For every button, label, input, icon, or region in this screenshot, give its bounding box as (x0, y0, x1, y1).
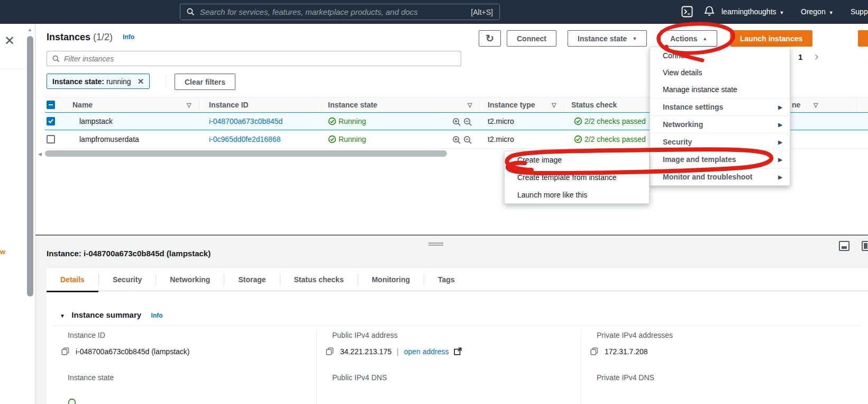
region-selector[interactable]: Oregon▼ (801, 7, 834, 16)
global-search[interactable]: [Alt+S] (180, 4, 500, 20)
filter-tag-label: Instance state: (52, 77, 104, 86)
close-icon[interactable]: ✕ (4, 35, 15, 46)
scroll-left-icon[interactable]: ◀ (38, 151, 42, 157)
refresh-button[interactable]: ↻ (479, 30, 501, 47)
tab-security[interactable]: Security (99, 268, 156, 291)
scroll-up-icon[interactable]: ▲ (28, 27, 32, 32)
status-check-text: 2/2 checks passed (584, 117, 646, 125)
content-left-border (35, 24, 35, 404)
account-menu[interactable]: learningthoughts▼ (721, 7, 784, 16)
cloudshell-icon[interactable] (681, 6, 693, 17)
select-all-checkbox[interactable] (47, 101, 55, 109)
column-header-status-check[interactable]: Status check (571, 101, 617, 109)
tab-status-checks[interactable]: Status checks (280, 268, 358, 291)
panel-layout-bottom-icon[interactable] (839, 241, 849, 251)
zoom-in-icon[interactable] (452, 136, 461, 145)
submenu-item-launch-more-like-this[interactable]: Launch more like this (505, 186, 649, 203)
column-divider (564, 100, 564, 110)
next-page-icon[interactable]: › (815, 50, 818, 64)
instance-summary-header[interactable]: ▼ Instance summary Info (60, 310, 163, 320)
external-link-icon[interactable] (454, 347, 462, 355)
column-header-name[interactable]: Name (72, 101, 93, 109)
public-ipv4-label: Public IPv4 address (332, 331, 398, 339)
horizontal-scrollbar-thumb[interactable] (45, 150, 447, 157)
state-filter-icons[interactable] (452, 136, 472, 146)
filter-divider (166, 74, 166, 88)
region-name: Oregon (801, 7, 826, 16)
search-icon (187, 8, 195, 16)
connect-button[interactable]: Connect (507, 30, 556, 47)
notifications-bell-icon[interactable] (703, 5, 715, 17)
instance-state-button[interactable]: Instance state▼ (568, 30, 647, 47)
tab-monitoring[interactable]: Monitoring (358, 268, 424, 291)
launch-instances-button[interactable]: Launch instances (730, 30, 812, 47)
remove-filter-icon[interactable]: ✕ (138, 77, 144, 86)
row-checkbox-checked[interactable] (47, 117, 55, 125)
tab-storage[interactable]: Storage (224, 268, 279, 291)
page-title: Instances (1/2) Info (47, 32, 134, 43)
sort-icon[interactable]: ▽ (552, 102, 556, 109)
menu-item-instance-settings[interactable]: Instance settings▶ (650, 98, 790, 115)
submenu-item-create-template-from-instance[interactable]: Create template from instance (505, 169, 649, 186)
filter-tag-instance-state-running: Instance state: running ✕ (47, 74, 150, 89)
column-divider (581, 327, 581, 404)
sort-icon[interactable]: ▽ (187, 102, 191, 109)
tab-details[interactable]: Details (47, 268, 98, 291)
zoom-out-icon[interactable] (463, 118, 472, 127)
info-link[interactable]: Info (151, 312, 163, 319)
global-search-input[interactable] (200, 7, 471, 16)
instance-id-link[interactable]: i-0c965dd0fe2d16868 (209, 135, 280, 143)
column-header-instance-id[interactable]: Instance ID (209, 101, 249, 109)
tab-networking[interactable]: Networking (156, 268, 224, 291)
instance-state-label: Instance state (578, 34, 627, 43)
actions-button[interactable]: Actions▲ (660, 30, 717, 47)
zoom-in-icon[interactable] (452, 118, 461, 127)
instance-count: (1/2) (93, 32, 113, 42)
copy-icon[interactable] (61, 347, 69, 355)
menu-item-security[interactable]: Security▶ (650, 133, 790, 150)
column-header-instance-type[interactable]: Instance type (488, 101, 535, 109)
info-link[interactable]: Info (123, 33, 134, 41)
row-checkbox-unchecked[interactable] (47, 135, 55, 143)
copy-icon[interactable] (326, 347, 334, 355)
split-panel-divider[interactable] (35, 235, 868, 236)
open-address-link[interactable]: open address (404, 347, 449, 356)
menu-item-monitor-and-troubleshoot[interactable]: Monitor and troubleshoot▶ (650, 168, 790, 185)
instance-name: lampstack (79, 117, 113, 125)
active-tab-underline (47, 291, 98, 292)
menu-item-image-and-templates[interactable]: Image and templates▶ (650, 150, 790, 168)
sort-icon[interactable]: ▽ (468, 102, 472, 109)
submenu-item-create-image[interactable]: Create image (505, 151, 649, 169)
panel-layout-side-icon[interactable] (862, 241, 868, 251)
instance-id-text[interactable]: i-0c965dd0fe2d16868 (209, 135, 280, 143)
menu-item-networking[interactable]: Networking▶ (650, 115, 790, 133)
submenu-arrow-icon: ▶ (778, 151, 782, 168)
clear-filters-button[interactable]: Clear filters (175, 74, 235, 90)
filter-instances-input[interactable] (64, 55, 455, 63)
sort-icon[interactable]: ▽ (814, 102, 818, 109)
menu-item-connect[interactable]: Connect (650, 47, 790, 64)
menu-item-manage-instance-state[interactable]: Manage instance state (650, 81, 790, 98)
actions-dropdown-menu: Connect View details Manage instance sta… (650, 47, 790, 186)
instance-type-cell: t2.micro (488, 117, 514, 125)
instance-id-link[interactable]: i-048700a673c0b845d (209, 117, 282, 125)
menu-item-view-details[interactable]: View details (650, 64, 790, 81)
support-menu[interactable]: Supp (851, 7, 868, 16)
filter-instances-box[interactable] (47, 51, 461, 66)
split-panel-drag-handle[interactable] (428, 243, 443, 246)
collapse-arrow-icon[interactable]: ▼ (60, 313, 65, 319)
instance-type-cell: t2.micro (488, 135, 514, 143)
vertical-scrollbar[interactable]: ▲ (25, 24, 35, 404)
tab-label: Storage (238, 275, 266, 284)
vertical-scrollbar-thumb[interactable] (27, 36, 33, 297)
tab-tags[interactable]: Tags (424, 268, 469, 291)
copy-icon[interactable] (590, 347, 598, 355)
state-filter-icons[interactable] (452, 118, 472, 128)
instance-id-text[interactable]: i-048700a673c0b845d (209, 117, 282, 125)
launch-split-button-fragment[interactable] (858, 30, 868, 47)
column-header-instance-state[interactable]: Instance state (328, 101, 377, 109)
column-header-fragment[interactable]: ne (792, 101, 800, 109)
instance-id-value-row: i-048700a673c0b845d (lampstack) (61, 347, 189, 356)
zoom-out-icon[interactable] (463, 136, 472, 145)
pagination-current-page[interactable]: 1 (798, 52, 802, 61)
